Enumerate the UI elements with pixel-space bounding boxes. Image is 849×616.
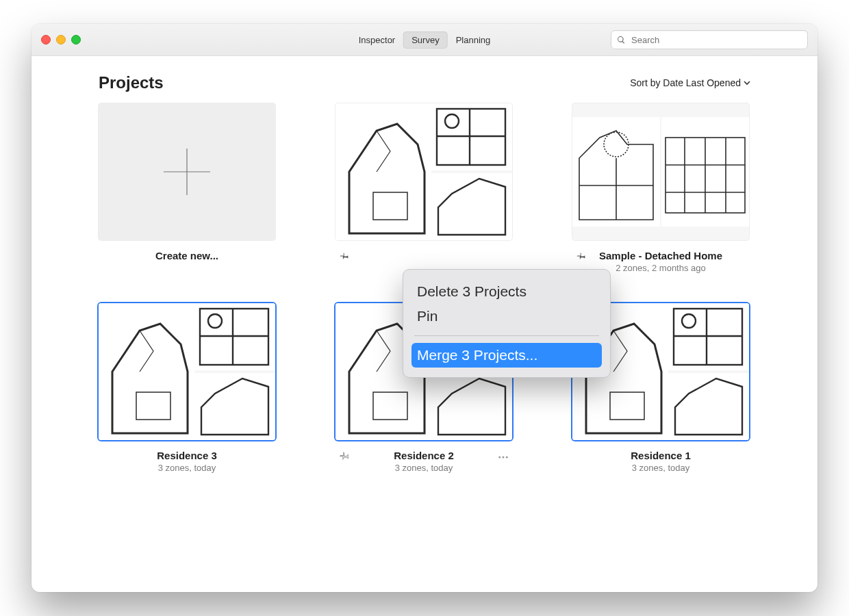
project-subtitle: 3 zones, today: [99, 463, 275, 473]
project-subtitle: 3 zones, today: [572, 463, 749, 473]
project-subtitle: 3 zones, today: [353, 463, 494, 473]
project-thumb[interactable]: [335, 103, 512, 240]
create-new-card[interactable]: Create new...: [99, 103, 275, 273]
pin-outline-icon[interactable]: [335, 450, 353, 461]
svg-point-7: [604, 132, 629, 157]
search-icon: [617, 36, 626, 44]
plus-icon: [160, 144, 214, 199]
window-close-button[interactable]: [41, 35, 51, 44]
project-title: Residence 2: [353, 450, 494, 461]
svg-point-20: [208, 314, 222, 328]
mode-segmented-control[interactable]: Inspector Survey Planning: [351, 31, 499, 49]
project-title: Sample - Detached Home: [590, 250, 731, 261]
svg-point-28: [506, 457, 508, 459]
window-zoom-button[interactable]: [71, 35, 81, 44]
create-new-thumb[interactable]: [99, 103, 275, 240]
window-minimize-button[interactable]: [56, 35, 66, 44]
create-new-label: Create new...: [99, 250, 275, 261]
segment-inspector[interactable]: Inspector: [351, 31, 403, 49]
more-icon[interactable]: [494, 450, 512, 463]
svg-rect-21: [373, 392, 407, 420]
sort-dropdown[interactable]: Sort by Date Last Opened: [630, 77, 750, 88]
window-traffic-lights: [41, 35, 81, 44]
project-card[interactable]: Sample - Detached Home 2 zones, 2 months…: [572, 103, 749, 273]
segment-survey[interactable]: Survey: [403, 31, 447, 49]
svg-point-33: [682, 314, 696, 328]
svg-point-27: [503, 457, 505, 459]
project-card[interactable]: Residence 3 3 zones, today: [99, 303, 275, 473]
pin-icon[interactable]: [335, 250, 353, 261]
menu-merge-projects[interactable]: Merge 3 Projects...: [411, 343, 602, 368]
chevron-down-icon: [744, 79, 750, 86]
menu-pin[interactable]: Pin: [411, 304, 602, 329]
app-window: Inspector Survey Planning Projects Sort …: [31, 24, 818, 592]
context-menu: Delete 3 Projects Pin Merge 3 Projects..…: [403, 269, 611, 378]
pin-icon[interactable]: [572, 250, 590, 261]
segment-planning[interactable]: Planning: [448, 31, 499, 49]
project-card[interactable]: [335, 103, 512, 273]
svg-rect-16: [136, 392, 170, 420]
project-thumb[interactable]: [99, 303, 275, 440]
project-subtitle: 2 zones, 2 months ago: [590, 263, 731, 273]
menu-delete-projects[interactable]: Delete 3 Projects: [411, 279, 602, 304]
sort-label: Sort by Date Last Opened: [630, 77, 741, 88]
svg-point-26: [498, 457, 500, 459]
project-title: Residence 1: [572, 450, 749, 461]
svg-rect-29: [610, 392, 644, 420]
search-input[interactable]: [630, 34, 802, 46]
svg-rect-2: [373, 192, 407, 220]
svg-point-6: [445, 114, 459, 128]
window-titlebar: Inspector Survey Planning: [31, 24, 818, 56]
search-field[interactable]: [611, 30, 808, 49]
project-thumb[interactable]: [572, 103, 749, 240]
menu-divider: [414, 335, 599, 336]
page-title: Projects: [99, 73, 164, 92]
project-title: Residence 3: [99, 450, 275, 461]
